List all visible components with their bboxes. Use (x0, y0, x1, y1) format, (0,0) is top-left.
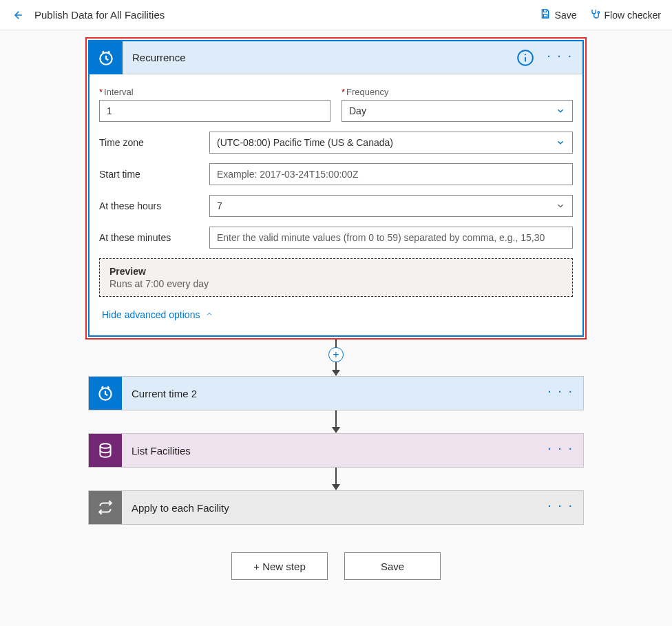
apply-each-title: Apply to each Facility (122, 502, 229, 514)
chevron-up-icon (205, 309, 213, 320)
clock-icon (89, 377, 122, 410)
new-step-button[interactable]: + New step (231, 552, 328, 580)
svg-rect-0 (543, 14, 547, 17)
flow-checker-label: Flow checker (605, 10, 661, 21)
chevron-down-icon (556, 201, 565, 211)
minutes-input[interactable] (209, 227, 573, 249)
card-menu-icon[interactable]: · · · (543, 51, 582, 65)
card-menu-icon[interactable]: · · · (543, 501, 583, 514)
save-flow-button[interactable]: Save (344, 552, 441, 580)
apply-each-card: Apply to each Facility · · · (88, 490, 584, 525)
recurrence-header[interactable]: Recurrence · · · (90, 41, 582, 74)
list-facilities-card: List Facilities · · · (88, 433, 584, 468)
hide-advanced-toggle[interactable]: Hide advanced options (99, 302, 573, 330)
current-time-header[interactable]: Current time 2 · · · (89, 377, 583, 410)
flow-title: Publish Data for All Facilities (34, 9, 165, 21)
recurrence-card: Recurrence · · · Interval Frequency (88, 40, 584, 337)
start-time-label: Start time (99, 169, 201, 180)
start-time-input[interactable] (209, 163, 573, 185)
chevron-down-icon (556, 138, 565, 147)
list-facilities-header[interactable]: List Facilities · · · (89, 434, 583, 467)
svg-point-5 (525, 54, 526, 55)
stethoscope-icon (589, 8, 600, 21)
connector (332, 410, 340, 433)
info-icon[interactable] (516, 49, 534, 67)
arrow-down-icon (332, 484, 340, 490)
frequency-value: Day (349, 105, 366, 116)
flow-canvas: Recurrence · · · Interval Frequency (0, 30, 672, 601)
hours-value: 7 (217, 200, 222, 211)
card-menu-icon[interactable]: · · · (543, 444, 583, 457)
back-arrow-icon[interactable] (11, 9, 23, 21)
flow-checker-button[interactable]: Flow checker (589, 8, 661, 21)
recurrence-body: Interval Frequency Day Tim (90, 74, 582, 335)
preview-box: Preview Runs at 7:00 every day (99, 258, 573, 297)
save-label: Save (555, 10, 577, 21)
card-menu-icon[interactable]: · · · (543, 386, 583, 400)
clock-icon (90, 41, 123, 74)
save-button[interactable]: Save (540, 8, 577, 21)
arrow-down-icon (332, 370, 340, 376)
add-step-button[interactable]: + (328, 347, 344, 362)
connector: + (328, 340, 344, 376)
save-icon (540, 8, 551, 21)
preview-text: Runs at 7:00 every day (109, 278, 563, 289)
timezone-value: (UTC-08:00) Pacific Time (US & Canada) (217, 137, 393, 148)
hours-select[interactable]: 7 (209, 195, 573, 217)
apply-each-header[interactable]: Apply to each Facility · · · (89, 491, 583, 524)
interval-input[interactable] (99, 100, 330, 122)
timezone-label: Time zone (99, 137, 201, 148)
chevron-down-icon (556, 106, 565, 116)
arrow-down-icon (332, 427, 340, 433)
svg-point-7 (100, 444, 110, 448)
list-facilities-title: List Facilities (122, 445, 191, 457)
save-flow-label: Save (381, 561, 404, 572)
hours-label: At these hours (99, 200, 201, 211)
frequency-label: Frequency (342, 87, 573, 97)
current-time-title: Current time 2 (122, 388, 197, 399)
loop-icon (89, 491, 122, 524)
svg-point-1 (598, 12, 600, 14)
minutes-label: At these minutes (99, 232, 201, 243)
preview-title: Preview (109, 266, 563, 277)
database-icon (89, 434, 122, 467)
timezone-select[interactable]: (UTC-08:00) Pacific Time (US & Canada) (209, 132, 573, 154)
highlight-box: Recurrence · · · Interval Frequency (85, 37, 587, 340)
connector (332, 468, 340, 490)
footer-actions: + New step Save (231, 552, 441, 580)
top-bar: Publish Data for All Facilities Save Flo… (0, 0, 672, 30)
frequency-select[interactable]: Day (342, 100, 573, 122)
hide-advanced-label: Hide advanced options (102, 309, 200, 320)
current-time-card: Current time 2 · · · (88, 376, 584, 410)
interval-label: Interval (99, 87, 330, 97)
new-step-label: + New step (253, 561, 305, 572)
recurrence-title: Recurrence (123, 52, 186, 63)
